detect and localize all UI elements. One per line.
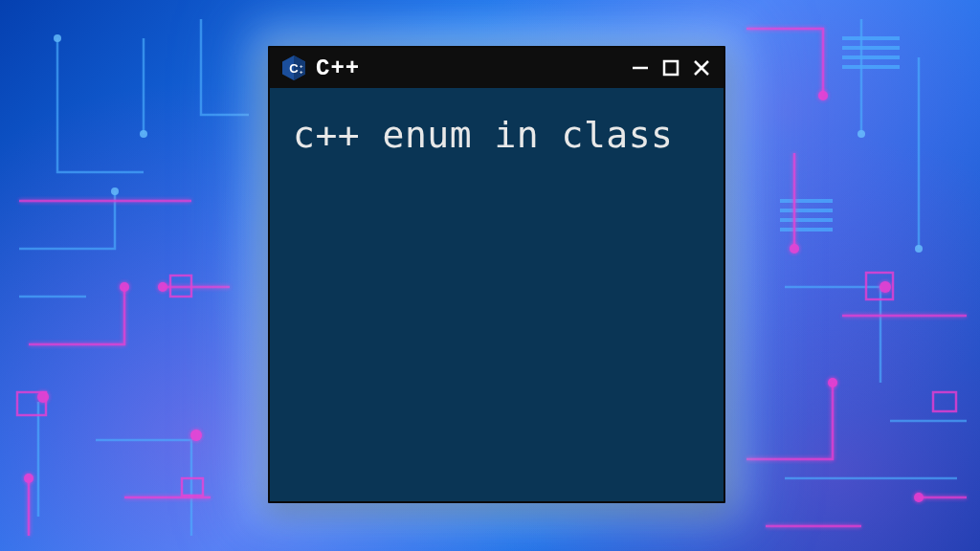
svg-point-8 <box>120 282 129 292</box>
svg-point-17 <box>880 281 891 293</box>
svg-point-19 <box>140 130 147 138</box>
svg-point-9 <box>158 282 167 292</box>
svg-point-10 <box>24 474 33 483</box>
svg-point-12 <box>790 244 799 253</box>
svg-text:C: C <box>289 61 299 76</box>
svg-point-16 <box>190 430 202 441</box>
window-controls <box>630 57 712 78</box>
svg-point-22 <box>915 245 923 253</box>
maximize-button[interactable] <box>660 57 681 78</box>
terminal-window: C + + C++ c++ enum in class <box>268 46 725 503</box>
svg-rect-34 <box>664 61 678 75</box>
titlebar[interactable]: C + + C++ <box>270 48 724 88</box>
svg-point-13 <box>828 378 837 387</box>
close-button[interactable] <box>691 57 712 78</box>
terminal-content: c++ enum in class <box>270 88 724 182</box>
svg-point-18 <box>54 34 61 42</box>
minimize-button[interactable] <box>630 57 651 78</box>
svg-text:+: + <box>300 69 303 75</box>
svg-point-14 <box>914 493 924 502</box>
cpp-hex-icon: C + + <box>281 55 306 80</box>
svg-point-21 <box>858 130 865 138</box>
svg-point-20 <box>111 187 119 195</box>
window-title: C++ <box>316 55 620 81</box>
svg-point-11 <box>818 91 828 100</box>
svg-rect-27 <box>933 392 956 411</box>
